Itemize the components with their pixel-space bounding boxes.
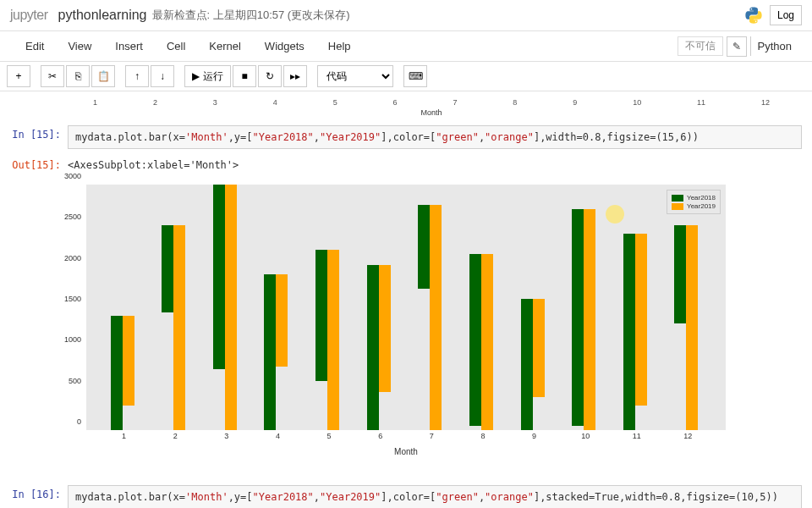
x-tick: 11: [633, 432, 641, 440]
toolbar: + ✂ ⎘ 📋 ↑ ↓ ▶运行 ■ ↻ ▸▸ 代码 ⌨: [0, 62, 812, 91]
bar-group: [572, 209, 595, 430]
x-tick: 2: [173, 432, 178, 440]
y-tick: 500: [69, 377, 81, 385]
legend-swatch-2018: [672, 195, 683, 202]
x-axis: 123456789101112: [86, 430, 726, 444]
refresh-icon: ↻: [266, 70, 274, 82]
legend-swatch-2019: [672, 203, 683, 210]
cell-out-15: Out[15]: <AxesSubplot:xlabel='Month'>: [0, 152, 812, 178]
cut-button[interactable]: ✂: [41, 65, 64, 87]
bar-year2019: [430, 205, 442, 430]
menu-kernel[interactable]: Kernel: [197, 35, 253, 58]
bar-year2019: [123, 316, 134, 406]
code-input[interactable]: mydata.plot.bar(x='Month',y=["Year2018",…: [68, 125, 802, 149]
python-logo-icon: [744, 6, 763, 25]
y-tick: 1000: [64, 335, 81, 344]
cell-in-15[interactable]: In [15]: mydata.plot.bar(x='Month',y=["Y…: [0, 122, 812, 152]
out-prompt: Out[15]:: [10, 156, 68, 174]
bar-year2018: [264, 274, 276, 430]
paste-button[interactable]: 📋: [91, 65, 115, 87]
bar-group: [315, 250, 339, 430]
mini-xtick: 9: [573, 98, 577, 107]
clipboard-icon: 📋: [97, 70, 110, 82]
trust-badge[interactable]: 不可信: [678, 36, 723, 56]
mini-xtick: 2: [153, 98, 157, 107]
pencil-icon[interactable]: ✎: [727, 36, 747, 57]
x-axis-label: Month: [86, 447, 726, 456]
arrow-up-icon: ↑: [134, 70, 140, 82]
bar-year2019: [173, 225, 185, 430]
move-up-button[interactable]: ↑: [125, 65, 149, 87]
play-icon: ▶: [192, 70, 200, 82]
cell-in-16[interactable]: In [16]: mydata.plot.bar(x='Month',y=["Y…: [0, 482, 812, 508]
plus-icon: +: [15, 70, 21, 82]
fast-forward-icon: ▸▸: [290, 70, 300, 82]
restart-run-button[interactable]: ▸▸: [283, 65, 307, 87]
menu-view[interactable]: View: [56, 35, 103, 58]
y-tick: 2000: [64, 254, 81, 262]
chart-legend: Year2018 Year2019: [667, 190, 721, 214]
x-tick: 7: [430, 432, 434, 440]
bar-year2019: [481, 254, 493, 430]
legend-label-2018: Year2018: [687, 194, 716, 202]
copy-button[interactable]: ⎘: [66, 65, 90, 87]
bar-group: [213, 185, 237, 430]
bar-year2018: [572, 209, 584, 426]
bar-year2019: [686, 225, 698, 430]
mini-xtick: 6: [393, 98, 398, 107]
bar-year2018: [521, 299, 533, 430]
mini-xtick: 4: [273, 98, 277, 107]
mini-output-fragment: 123456789101112 Month: [68, 98, 795, 122]
bar-year2018: [162, 225, 173, 312]
y-tick: 2500: [64, 213, 81, 221]
bar-group: [367, 265, 391, 430]
checkpoint-status: 最新检查点: 上星期四10:57 (更改未保存): [152, 8, 350, 23]
bar-year2018: [213, 185, 225, 369]
bar-year2018: [111, 316, 123, 430]
bar-year2019: [379, 265, 391, 392]
bar-year2018: [623, 234, 635, 430]
y-tick: 1500: [64, 295, 81, 303]
run-button[interactable]: ▶运行: [184, 65, 231, 87]
bar-group: [162, 225, 185, 430]
jupyter-logo: jupyter: [10, 8, 48, 23]
bar-year2018: [315, 250, 327, 381]
bar-group: [674, 225, 698, 430]
bar-year2019: [635, 234, 647, 406]
add-cell-button[interactable]: +: [7, 65, 30, 87]
bar-year2019: [276, 274, 288, 366]
bar-year2018: [469, 254, 481, 426]
in-prompt: In [15]:: [10, 125, 68, 149]
login-button[interactable]: Log: [770, 5, 802, 25]
bars-container: [86, 185, 726, 430]
cursor-highlight-icon: [606, 205, 624, 224]
menu-help[interactable]: Help: [316, 35, 363, 58]
kernel-indicator[interactable]: Python: [750, 36, 798, 56]
menu-cell[interactable]: Cell: [155, 35, 197, 58]
menu-insert[interactable]: Insert: [103, 35, 155, 58]
mini-xtick: 8: [513, 98, 517, 107]
x-tick: 5: [327, 432, 332, 440]
x-tick: 3: [224, 432, 228, 440]
menu-widgets[interactable]: Widgets: [253, 35, 316, 58]
bar-year2019: [327, 250, 339, 430]
menu-edit[interactable]: Edit: [14, 35, 56, 58]
restart-button[interactable]: ↻: [258, 65, 282, 87]
bar-chart-output: 050010001500200025003000 Year2018 Year20…: [58, 185, 726, 456]
bar-year2018: [674, 225, 686, 323]
command-palette-button[interactable]: ⌨: [403, 65, 427, 87]
interrupt-button[interactable]: ■: [233, 65, 256, 87]
cell-type-select[interactable]: 代码: [317, 65, 393, 87]
code-input[interactable]: mydata.plot.bar(x='Month',y=["Year2018",…: [68, 485, 802, 508]
y-axis: 050010001500200025003000: [58, 185, 83, 430]
notebook-container: 123456789101112 Month In [15]: mydata.pl…: [0, 91, 812, 508]
bar-year2018: [367, 265, 379, 430]
x-tick: 1: [122, 432, 126, 440]
arrow-down-icon: ↓: [160, 70, 165, 82]
x-tick: 9: [532, 432, 536, 440]
keyboard-icon: ⌨: [409, 70, 423, 82]
move-down-button[interactable]: ↓: [151, 65, 174, 87]
bar-group: [521, 299, 545, 430]
notebook-name[interactable]: pythonlearning: [58, 8, 147, 23]
mini-xtick: 11: [697, 98, 705, 107]
